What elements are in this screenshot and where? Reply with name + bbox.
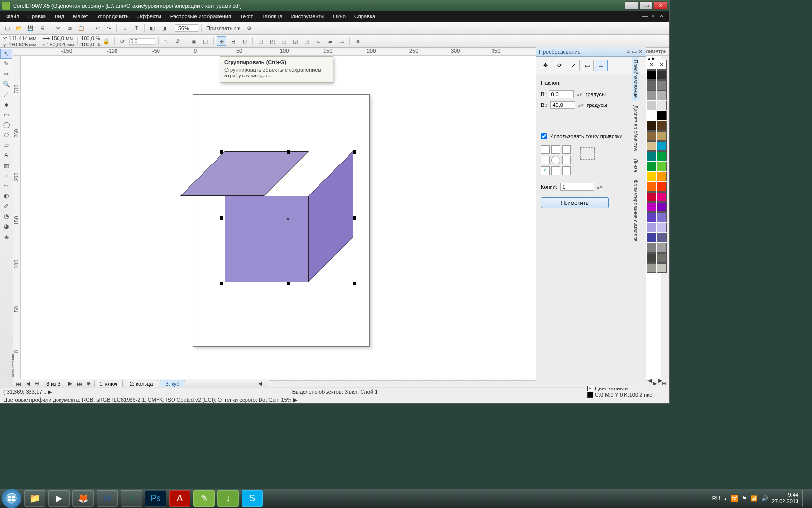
group-icon[interactable]: ⊞ <box>217 36 226 46</box>
doc-close-button[interactable]: ✕ <box>659 13 664 19</box>
minimize-button[interactable]: — <box>625 1 638 10</box>
color-swatch[interactable] <box>657 202 667 212</box>
task-excel[interactable]: X <box>121 490 142 507</box>
use-anchor-checkbox[interactable] <box>541 133 547 139</box>
task-firefox[interactable]: 🦊 <box>72 490 94 507</box>
obj-h[interactable]: 150,001 мм <box>46 42 74 47</box>
color-swatch[interactable] <box>657 162 667 171</box>
task-coreldraw[interactable]: ✎ <box>193 490 215 507</box>
page-first-button[interactable]: ⏮ <box>15 380 22 387</box>
menu-bitmaps[interactable]: Растровые изображения <box>166 13 235 20</box>
vtab-object-manager[interactable]: Диспетчер объектов <box>632 103 639 154</box>
page-last-button[interactable]: ⏭ <box>76 380 83 387</box>
menu-text[interactable]: Текст <box>236 13 257 20</box>
scale-y[interactable]: 100,0 <box>81 42 94 47</box>
color-swatch[interactable] <box>647 233 656 242</box>
color-swatch[interactable] <box>647 162 656 171</box>
close-button[interactable]: ✕ <box>654 1 667 10</box>
page-prev-button[interactable]: ◀ <box>24 380 31 387</box>
front-minus-icon[interactable]: ▱ <box>314 36 323 46</box>
tray-network-icon[interactable]: 📶 <box>751 495 757 502</box>
mirror-h-icon[interactable]: ⇋ <box>161 36 171 46</box>
to-front-icon[interactable]: ▣ <box>189 36 199 46</box>
selection-handle[interactable] <box>353 282 356 285</box>
copy-icon[interactable]: ⧉ <box>65 23 74 33</box>
effects-tool[interactable]: ◐ <box>0 191 12 201</box>
welcome-icon[interactable]: ◨ <box>159 23 169 33</box>
menu-table[interactable]: Таблица <box>258 13 287 20</box>
crop-tool[interactable]: ✂ <box>0 69 12 79</box>
options-icon[interactable]: ⚙ <box>245 23 254 33</box>
selection-handle[interactable] <box>353 216 356 220</box>
save-icon[interactable]: 💾 <box>26 23 35 33</box>
color-swatch[interactable] <box>657 212 667 222</box>
lock-ratio-icon[interactable]: 🔒 <box>102 36 111 46</box>
color-swatch[interactable] <box>647 121 656 131</box>
swatch-none[interactable] <box>647 60 656 70</box>
align-icon[interactable]: ≡ <box>353 36 362 46</box>
ruler-vertical[interactable]: 300 250 200 150 100 50 0 миллиметры <box>13 56 21 379</box>
doc-restore-button[interactable]: ▫ <box>652 13 654 19</box>
selection-handle[interactable] <box>287 282 290 285</box>
cut-icon[interactable]: ✂ <box>53 23 63 33</box>
selection-handle[interactable] <box>353 150 356 154</box>
clock-time[interactable]: 9:44 <box>788 492 798 498</box>
color-swatch[interactable] <box>647 182 656 192</box>
docker-close-icon[interactable]: ✕ <box>638 48 643 55</box>
mode-scale[interactable]: ⤢ <box>567 60 580 71</box>
color-swatch[interactable] <box>647 141 656 151</box>
color-swatch[interactable] <box>657 223 667 232</box>
page-next-button[interactable]: ▶ <box>67 380 74 387</box>
color-swatch[interactable] <box>657 80 667 90</box>
export-icon[interactable]: ⤒ <box>131 23 141 33</box>
color-swatch[interactable] <box>657 233 667 242</box>
interactive-fill-tool[interactable]: ◈ <box>0 232 12 241</box>
weld-icon[interactable]: ◰ <box>267 36 277 46</box>
color-swatch[interactable] <box>657 70 667 80</box>
page-tab-1[interactable]: 1: ключ <box>94 380 123 387</box>
polygon-tool[interactable]: ⬠ <box>0 130 12 140</box>
color-swatch[interactable] <box>657 253 667 263</box>
connector-tool[interactable]: ⤳ <box>0 181 12 191</box>
color-swatch[interactable] <box>647 253 656 263</box>
launcher-icon[interactable]: ◧ <box>147 23 157 33</box>
zoom-tool[interactable]: 🔍 <box>0 79 12 89</box>
color-swatch[interactable] <box>657 131 667 141</box>
maximize-button[interactable]: ▭ <box>639 1 653 10</box>
color-swatch[interactable] <box>647 70 656 80</box>
boundary-icon[interactable]: ▭ <box>337 36 347 46</box>
color-swatch[interactable] <box>647 212 656 222</box>
color-swatch[interactable] <box>647 90 656 100</box>
mode-skew[interactable]: ▱ <box>595 60 608 71</box>
color-swatch[interactable] <box>647 131 656 141</box>
page-tab-3[interactable]: 3: куб <box>160 380 185 387</box>
color-swatch[interactable] <box>647 101 656 110</box>
start-button[interactable] <box>2 489 21 508</box>
zoom-level[interactable]: 56% <box>175 24 198 32</box>
tray-volume-icon[interactable]: 🔊 <box>761 495 768 502</box>
menu-layout[interactable]: Макет <box>69 13 92 20</box>
menu-file[interactable]: Файл <box>2 13 23 20</box>
obj-y[interactable]: 150,625 мм <box>9 42 37 47</box>
selection-handle[interactable] <box>220 216 223 220</box>
freehand-tool[interactable]: ／ <box>0 90 12 99</box>
hscroll-left[interactable]: ◀ <box>257 380 264 387</box>
skew-v-input[interactable]: 45,0 <box>550 101 575 109</box>
to-back-icon[interactable]: ▢ <box>201 36 210 46</box>
ungroup-all-icon[interactable]: ⊡ <box>240 36 249 46</box>
vtab-char-format[interactable]: Форматирование символов <box>632 177 639 244</box>
dimension-tool[interactable]: ↔ <box>0 171 12 180</box>
shape-tool[interactable]: ✎ <box>0 59 12 69</box>
rotation-input[interactable]: 0,0 <box>129 38 155 45</box>
ellipse-tool[interactable]: ◯ <box>0 120 12 130</box>
task-acrobat[interactable]: A <box>169 490 190 507</box>
copies-input[interactable]: 0 <box>560 183 594 191</box>
menu-tools[interactable]: Инструменты <box>288 13 329 20</box>
menu-help[interactable]: Справка <box>350 13 379 20</box>
outline-tool[interactable]: ◔ <box>0 211 12 221</box>
paste-icon[interactable]: 📋 <box>76 23 86 33</box>
fill-swatch-icon[interactable] <box>587 386 593 391</box>
table-tool[interactable]: ▦ <box>0 161 12 170</box>
color-swatch[interactable] <box>647 151 656 161</box>
selection-handle[interactable] <box>220 150 223 154</box>
